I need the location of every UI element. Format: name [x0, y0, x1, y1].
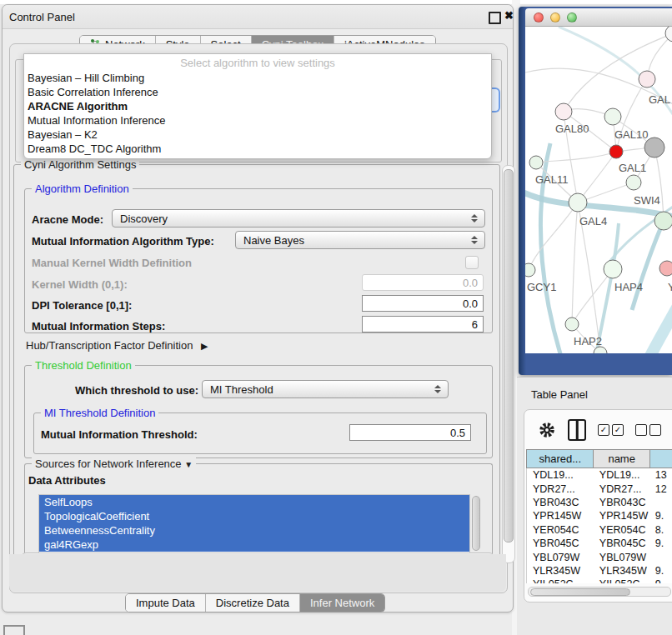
table-row[interactable]: YIL052CYIL052C9 [527, 578, 672, 583]
table-row[interactable]: YBR045CYBR045C9. [527, 537, 672, 550]
table-cell[interactable]: YBL079W [594, 552, 649, 563]
network-node-swi4[interactable] [626, 175, 641, 190]
table-cell[interactable]: YBR043C [594, 497, 649, 508]
mi-threshold-input[interactable]: 0.5 [349, 424, 471, 441]
attribute-item-betweennesscentrality[interactable]: BetweennessCentrality [39, 523, 469, 538]
dropdown-item-bayesian-k2[interactable]: Bayesian – K2 [24, 128, 491, 142]
network-node[interactable] [654, 212, 672, 230]
table-cell[interactable]: 9. [649, 538, 672, 549]
dropdown-item-aracne-algorithm[interactable]: ARACNE Algorithm [24, 99, 491, 113]
network-node-gcy1[interactable] [525, 263, 535, 277]
table-cell[interactable]: YDL19... [527, 469, 594, 481]
table-row[interactable]: YER054CYER054C8. [527, 523, 672, 537]
mi-steps-input[interactable]: 6 [362, 316, 484, 332]
network-node-hap4[interactable] [604, 260, 622, 278]
network-graph[interactable]: GALGAL80GAL10GAL1GAL11SWI4GAL4GCY1HAP4YH… [525, 27, 672, 353]
settings-scrollbar-thumb[interactable] [504, 169, 514, 542]
checked-box-icon: ✓ [598, 424, 609, 436]
table-scrollbar-thumb[interactable] [530, 588, 630, 596]
attributes-scrollbar[interactable] [472, 496, 479, 551]
table-cell[interactable]: YDR27... [594, 483, 649, 495]
table-card: ✓ ✓ shared...name YDL19...YDL19...13YDR2… [524, 409, 672, 602]
network-node-gal80[interactable] [555, 103, 572, 120]
settings-scrollbar[interactable] [502, 165, 515, 563]
table-cell[interactable]: YIL052C [527, 578, 594, 583]
kernel-width-input[interactable]: 0.0 [362, 274, 484, 291]
table-cell[interactable]: 9. [649, 565, 672, 577]
network-node-gal[interactable] [639, 71, 655, 88]
mi-type-combo[interactable]: Naive Bayes [235, 231, 485, 249]
table-cell[interactable]: YLR345W [594, 565, 649, 577]
table-cell[interactable]: 9 [649, 578, 672, 583]
gear-icon[interactable] [538, 421, 556, 439]
node-label: GAL80 [555, 122, 589, 135]
float-icon[interactable] [489, 12, 501, 24]
table-cell[interactable]: 9. [649, 510, 672, 522]
table-row[interactable]: YDR27...YDR27...12 [527, 482, 672, 495]
network-node[interactable] [665, 27, 672, 42]
tab-discretize-data[interactable]: Discretize Data [206, 594, 300, 612]
dpi-tolerance-input[interactable]: 0.0 [362, 295, 484, 312]
table-row[interactable]: YPR145WYPR145W9. [527, 509, 672, 522]
table-row[interactable]: YLR345WYLR345W9. [527, 564, 672, 578]
table-cell[interactable]: YDR27... [527, 483, 594, 495]
manual-kernel-checkbox[interactable] [465, 256, 479, 269]
table-cell[interactable]: YBR045C [594, 538, 649, 549]
data-attributes-list[interactable]: SelfLoopsTopologicalCoefficientBetweenne… [38, 494, 470, 554]
column-header-shared[interactable]: shared... [526, 449, 593, 468]
table-cell[interactable]: YIL052C [594, 578, 649, 583]
network-node-hap2[interactable] [565, 318, 579, 331]
which-threshold-label: Which threshold to use: [75, 384, 198, 397]
network-node-gal1[interactable] [609, 145, 623, 158]
network-node-y[interactable] [659, 261, 672, 276]
network-node-gal10[interactable] [604, 108, 621, 125]
network-canvas[interactable]: GALGAL80GAL10GAL1GAL11SWI4GAL4GCY1HAP4YH… [525, 27, 672, 353]
columns-icon[interactable] [568, 419, 586, 441]
zoom-traffic-light[interactable] [567, 12, 577, 22]
aracne-mode-value: Discovery [120, 212, 168, 225]
table-cell[interactable]: YBL079W [527, 552, 594, 563]
table-cell[interactable]: YLR345W [527, 565, 594, 577]
table-row[interactable]: YBR043CYBR043C [527, 496, 672, 509]
column-header-extra[interactable] [649, 449, 672, 468]
close-traffic-light[interactable] [534, 12, 544, 22]
hub-factor-expander[interactable]: Hub/Transcription Factor Definition ▶ [26, 339, 208, 352]
table-cell[interactable]: YBR045C [527, 538, 594, 549]
table-horizontal-scrollbar[interactable] [528, 587, 671, 597]
minimize-traffic-light[interactable] [550, 12, 560, 22]
which-threshold-combo[interactable]: MI Threshold [202, 380, 449, 398]
column-header-name[interactable]: name [593, 449, 649, 468]
attribute-item-gal4rgexp[interactable]: gal4RGexp [39, 538, 469, 552]
clear-checkboxes-icon[interactable] [635, 424, 661, 436]
table-cell[interactable]: YBR043C [527, 497, 594, 508]
attribute-item-topologicalcoefficient[interactable]: TopologicalCoefficient [39, 509, 469, 523]
network-node[interactable] [594, 347, 607, 353]
select-all-checkboxes-icon[interactable]: ✓ ✓ [598, 424, 624, 436]
dropdown-item-basic-correlation-inference[interactable]: Basic Correlation Inference [24, 85, 491, 99]
close-icon[interactable]: ✖ [504, 9, 514, 18]
dropdown-item-dream8-dc-tdc-algorithm[interactable]: Dream8 DC_TDC Algorithm [24, 142, 491, 156]
table-cell[interactable]: YPR145W [527, 510, 594, 522]
aracne-mode-combo[interactable]: Discovery [112, 209, 485, 228]
tab-infer-network[interactable]: Infer Network [300, 594, 384, 612]
table-cell[interactable]: YER054C [594, 524, 649, 536]
chevron-down-icon[interactable]: ▼ [184, 460, 193, 469]
attribute-item-selfloops[interactable]: SelfLoops [39, 495, 469, 509]
network-node-gal4[interactable] [569, 193, 587, 212]
table-cell[interactable]: 12 [649, 483, 672, 495]
attributes-scrollbar-thumb[interactable] [472, 496, 480, 551]
control-panel-titlebar[interactable]: Control Panel ✖ [3, 5, 513, 29]
table-row[interactable]: YDL19...YDL19...13 [527, 468, 672, 482]
network-node[interactable] [644, 138, 664, 158]
table-cell[interactable]: 13 [649, 469, 672, 481]
table-cell[interactable]: YDL19... [594, 469, 649, 481]
tab-impute-data[interactable]: Impute Data [126, 594, 206, 612]
dropdown-item-bayesian-hill-climbing[interactable]: Bayesian – Hill Climbing [24, 71, 491, 85]
table-cell[interactable]: YER054C [527, 524, 594, 536]
dropdown-item-mutual-information-inference[interactable]: Mutual Information Inference [24, 113, 491, 128]
table-cell[interactable]: 8. [649, 524, 672, 536]
table-cell[interactable]: YPR145W [594, 510, 649, 522]
network-node-gal11[interactable] [529, 156, 543, 169]
network-window-titlebar[interactable] [525, 8, 672, 27]
table-row[interactable]: YBL079WYBL079W [527, 550, 672, 563]
